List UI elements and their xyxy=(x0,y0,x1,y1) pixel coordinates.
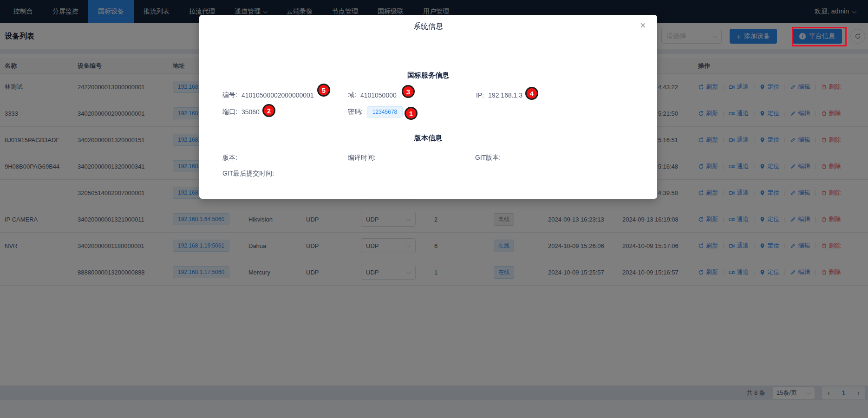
field-sn: 编号: 41010500002000000001 xyxy=(222,89,314,102)
annotation-box-platform-info xyxy=(792,27,847,46)
annotation-badge: 1 xyxy=(405,107,418,120)
modal-close-button[interactable]: × xyxy=(640,20,646,31)
gb-service-section-title: 国标服务信息 xyxy=(199,71,657,80)
password-tag[interactable]: 12345678 xyxy=(367,106,403,118)
domain-value: 4101050000 xyxy=(360,91,397,99)
field-domain: 域: 4101050000 xyxy=(348,89,397,102)
field-version: 版本: xyxy=(222,151,237,164)
field-git-version: GIT版本: xyxy=(475,151,501,164)
annotation-badge: 5 xyxy=(317,84,330,97)
annotation-badge: 4 xyxy=(525,87,538,100)
field-password: 密码: 12345678 xyxy=(348,105,403,118)
modal-title: 系统信息 xyxy=(199,15,657,32)
port-value: 35060 xyxy=(241,108,260,116)
field-git-last-commit: GIT最后提交时间: xyxy=(222,167,274,180)
field-build-time: 编译时间: xyxy=(348,151,376,164)
sn-value: 41010500002000000001 xyxy=(241,91,314,99)
annotation-badge: 3 xyxy=(402,85,415,98)
field-ip: IP: 192.168.1.3 xyxy=(476,89,522,102)
ip-value: 192.168.1.3 xyxy=(488,91,522,99)
version-section-title: 版本信息 xyxy=(199,134,657,143)
annotation-badge: 2 xyxy=(262,104,275,117)
field-port: 端口: 35060 xyxy=(222,105,260,118)
